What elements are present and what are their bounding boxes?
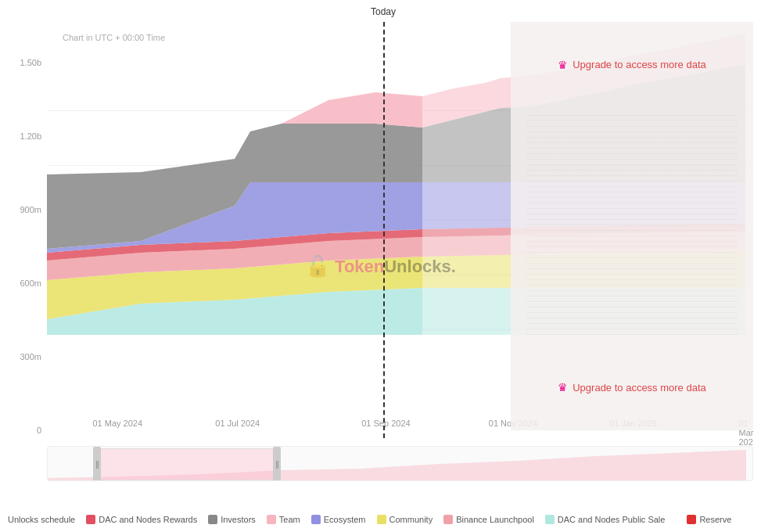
- mini-chart[interactable]: ‖ ‖: [47, 446, 753, 481]
- legend-label-binance: Binance Launchpool: [456, 515, 534, 524]
- legend-dot-community: [377, 515, 386, 524]
- y-label-1500m: 1.50b: [20, 58, 41, 67]
- y-label-0: 0: [37, 426, 41, 435]
- upgrade-text-bottom: Upgrade to access more data: [573, 382, 706, 394]
- legend-label-unlocks: Unlocks schedule: [8, 515, 75, 524]
- mini-range-selection: [93, 448, 277, 480]
- x-label-sep: 01 Sep 2024: [361, 419, 410, 428]
- legend-team: Team: [267, 515, 300, 524]
- legend-label-team: Team: [279, 515, 300, 524]
- legend-label-ecosystem: Ecosystem: [324, 515, 366, 524]
- legend: Unlocks schedule DAC and Nodes Rewards I…: [0, 515, 761, 524]
- legend-community: Community: [377, 515, 433, 524]
- legend-dot-investors: [208, 515, 217, 524]
- legend-dot-ecosystem: [311, 515, 321, 524]
- legend-dot-reserve: [687, 515, 696, 524]
- crown-icon-top: ♛: [558, 59, 568, 71]
- today-line: [383, 22, 385, 438]
- legend-dot-team: [267, 515, 276, 524]
- x-label-jul: 01 Jul 2024: [215, 419, 260, 428]
- mini-handle-right[interactable]: ‖: [273, 447, 281, 481]
- chart-container: 0 300m 600m 900m 1.20b 1.50b Today Chart…: [0, 0, 761, 532]
- y-label-1200m: 1.20b: [20, 131, 41, 141]
- legend-investors: Investors: [208, 515, 256, 524]
- locked-overlay: ♛ Upgrade to access more data ♛ Upgrade …: [511, 22, 753, 430]
- mini-handle-left[interactable]: ‖: [93, 447, 101, 481]
- today-label: Today: [371, 6, 396, 17]
- legend-dot-binance: [443, 515, 453, 524]
- y-axis: 0 300m 600m 900m 1.20b 1.50b: [0, 22, 45, 430]
- legend-dot-dac-public: [545, 515, 555, 524]
- upgrade-badge-top: ♛ Upgrade to access more data: [558, 59, 706, 71]
- legend-label-community: Community: [389, 515, 433, 524]
- x-label-may: 01 May 2024: [92, 419, 142, 428]
- legend-label-investors: Investors: [221, 515, 256, 524]
- upgrade-badge-bottom: ♛ Upgrade to access more data: [558, 381, 706, 394]
- upgrade-text-top: Upgrade to access more data: [573, 59, 706, 70]
- y-label-900m: 900m: [20, 205, 41, 214]
- legend-ecosystem: Ecosystem: [311, 515, 366, 524]
- legend-dot-dac-rewards: [86, 515, 95, 524]
- legend-reserve: Reserve: [687, 515, 731, 524]
- legend-binance: Binance Launchpool: [443, 515, 534, 524]
- crown-icon-bottom: ♛: [558, 381, 568, 394]
- legend-label-reserve: Reserve: [699, 515, 731, 524]
- legend-dac-rewards: DAC and Nodes Rewards: [86, 515, 197, 524]
- legend-unlocks-schedule: Unlocks schedule: [8, 515, 75, 524]
- legend-dac-public: DAC and Nodes Public Sale: [545, 515, 666, 524]
- y-label-600m: 600m: [20, 279, 41, 288]
- legend-label-dac-public: DAC and Nodes Public Sale: [558, 515, 666, 524]
- legend-label-dac-rewards: DAC and Nodes Rewards: [99, 515, 197, 524]
- y-label-300m: 300m: [20, 352, 41, 361]
